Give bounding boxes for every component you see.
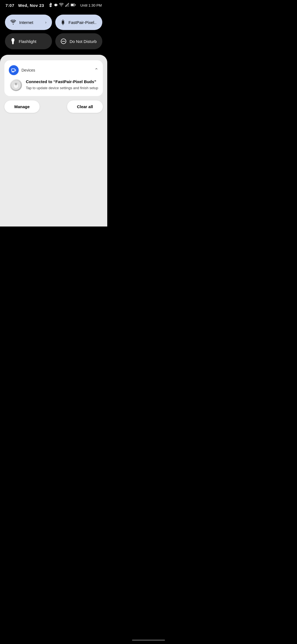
status-icons bbox=[49, 3, 76, 8]
bluetooth-status-icon bbox=[49, 3, 53, 8]
action-buttons: Manage Clear all bbox=[4, 100, 103, 113]
internet-tile[interactable]: Internet › bbox=[5, 15, 52, 30]
status-battery-label: Until 1:30 PM bbox=[80, 3, 102, 7]
quick-tiles-grid: Internet › FastPair-Pixel.. Flashlight bbox=[0, 10, 107, 55]
bluetooth-icon bbox=[61, 20, 65, 25]
notification-subtitle: Tap to update device settings and finish… bbox=[26, 86, 98, 91]
status-time: 7:07 bbox=[6, 3, 14, 8]
status-bar: 7:07 Wed, Nov 23 bbox=[0, 0, 107, 10]
clear-all-button[interactable]: Clear all bbox=[67, 100, 103, 113]
signal-status-icon bbox=[65, 3, 69, 8]
status-time-date: 7:07 Wed, Nov 23 bbox=[6, 3, 44, 8]
status-date: Wed, Nov 23 bbox=[18, 3, 44, 8]
dnd-tile[interactable]: Do Not Disturb bbox=[55, 33, 102, 49]
svg-rect-5 bbox=[71, 4, 74, 6]
svg-rect-6 bbox=[75, 4, 76, 5]
svg-rect-1 bbox=[54, 4, 55, 6]
devices-section-label: Devices bbox=[21, 68, 35, 72]
svg-rect-2 bbox=[57, 4, 58, 6]
notification-area: Devices ⌃ Connected to “FastPair-Pixel B… bbox=[0, 55, 107, 227]
internet-tile-arrow: › bbox=[45, 20, 46, 24]
svg-rect-10 bbox=[12, 44, 13, 44]
notification-content: Connected to “FastPair-Pixel Buds” Tap t… bbox=[9, 79, 98, 91]
wifi-icon bbox=[10, 20, 16, 25]
wifi-status-icon bbox=[59, 3, 64, 8]
vibrate-status-icon bbox=[54, 3, 58, 8]
battery-status-icon bbox=[71, 3, 76, 8]
flashlight-icon bbox=[10, 38, 15, 44]
notification-title: Connected to “FastPair-Pixel Buds” bbox=[26, 79, 98, 84]
flashlight-tile[interactable]: Flashlight bbox=[5, 33, 52, 49]
svg-rect-8 bbox=[12, 38, 14, 39]
svg-rect-13 bbox=[12, 69, 15, 71]
device-image bbox=[10, 79, 22, 91]
svg-rect-9 bbox=[12, 42, 14, 44]
flashlight-tile-label: Flashlight bbox=[19, 39, 36, 44]
svg-rect-0 bbox=[55, 4, 57, 6]
notification-header-left: Devices bbox=[9, 65, 35, 75]
svg-point-20 bbox=[15, 83, 17, 85]
dnd-tile-label: Do Not Disturb bbox=[70, 39, 97, 44]
manage-button[interactable]: Manage bbox=[4, 100, 40, 113]
dnd-icon bbox=[61, 39, 66, 44]
device-image-inner bbox=[10, 80, 21, 91]
devices-icon bbox=[9, 65, 19, 75]
internet-tile-label: Internet bbox=[19, 20, 33, 25]
svg-line-3 bbox=[65, 3, 69, 7]
fastpair-tile[interactable]: FastPair-Pixel.. bbox=[55, 15, 102, 30]
collapse-chevron-icon[interactable]: ⌃ bbox=[94, 67, 98, 73]
notification-text: Connected to “FastPair-Pixel Buds” Tap t… bbox=[26, 79, 98, 91]
fastpair-tile-label: FastPair-Pixel.. bbox=[68, 20, 97, 25]
notification-header: Devices ⌃ bbox=[9, 65, 98, 75]
devices-notification-card[interactable]: Devices ⌃ Connected to “FastPair-Pixel B… bbox=[4, 60, 103, 96]
